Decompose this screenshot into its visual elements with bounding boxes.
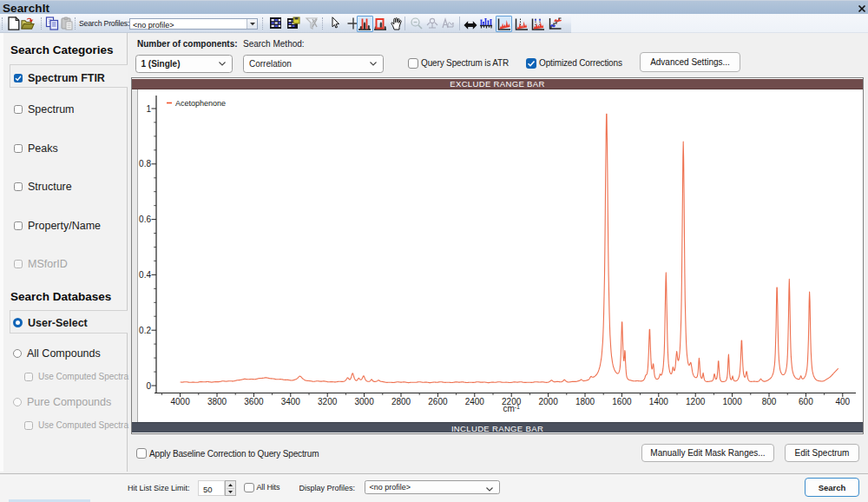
svg-text:0.6: 0.6 bbox=[139, 215, 151, 224]
svg-text:cm-1: cm-1 bbox=[503, 404, 520, 413]
svg-text:2800: 2800 bbox=[391, 397, 411, 406]
svg-text:3000: 3000 bbox=[354, 397, 374, 406]
svg-text:800: 800 bbox=[762, 397, 777, 406]
svg-text:0.8: 0.8 bbox=[139, 159, 151, 168]
svg-text:600: 600 bbox=[799, 397, 813, 406]
svg-text:1000: 1000 bbox=[722, 397, 742, 406]
svg-text:4000: 4000 bbox=[170, 397, 190, 406]
svg-text:3200: 3200 bbox=[318, 397, 338, 406]
svg-text:3600: 3600 bbox=[244, 397, 264, 406]
svg-text:1: 1 bbox=[146, 104, 151, 114]
svg-text:0: 0 bbox=[146, 381, 151, 391]
svg-text:400: 400 bbox=[835, 397, 850, 406]
svg-text:1800: 1800 bbox=[575, 397, 595, 406]
svg-text:0.2: 0.2 bbox=[139, 326, 151, 335]
svg-text:1200: 1200 bbox=[686, 397, 706, 406]
svg-text:Acetophenone: Acetophenone bbox=[175, 99, 226, 108]
svg-text:1600: 1600 bbox=[612, 397, 632, 406]
svg-text:2000: 2000 bbox=[538, 397, 558, 406]
svg-text:2600: 2600 bbox=[428, 397, 448, 406]
svg-text:3800: 3800 bbox=[207, 397, 227, 406]
svg-text:2400: 2400 bbox=[465, 397, 485, 406]
svg-text:0.4: 0.4 bbox=[139, 270, 151, 280]
svg-text:1400: 1400 bbox=[649, 397, 669, 406]
svg-text:3400: 3400 bbox=[281, 397, 301, 406]
